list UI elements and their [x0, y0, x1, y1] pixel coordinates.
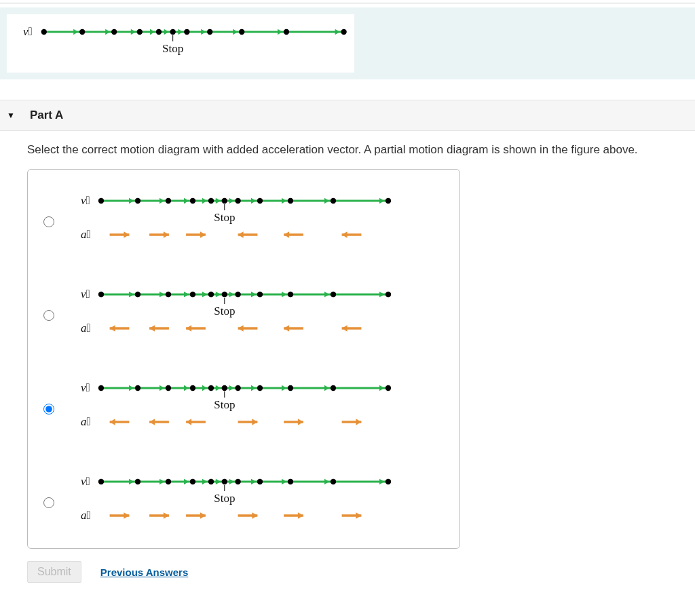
svg-marker-86 — [184, 292, 189, 297]
option-radio[interactable] — [43, 216, 54, 227]
svg-point-26 — [184, 29, 189, 35]
svg-marker-100 — [379, 292, 384, 297]
svg-marker-9 — [164, 29, 169, 35]
svg-marker-39 — [184, 198, 189, 204]
option-row: v⃗Stopa⃗ — [40, 284, 447, 345]
svg-marker-141 — [251, 385, 256, 391]
svg-marker-168 — [186, 419, 191, 425]
option-diagram: v⃗Stopa⃗ — [70, 377, 396, 438]
svg-marker-164 — [110, 419, 115, 425]
svg-marker-53 — [379, 198, 384, 204]
svg-point-201 — [235, 479, 240, 484]
options-frame: v⃗Stopa⃗v⃗Stopa⃗v⃗Stopa⃗v⃗Stopa⃗ — [27, 169, 460, 549]
svg-marker-190 — [282, 479, 286, 484]
svg-marker-90 — [216, 292, 221, 297]
svg-point-20 — [41, 29, 47, 35]
svg-marker-194 — [379, 479, 384, 484]
svg-text:v⃗: v⃗ — [23, 25, 33, 38]
option-diagram: v⃗Stopa⃗ — [70, 284, 396, 345]
svg-marker-3 — [105, 29, 110, 35]
svg-marker-19 — [335, 29, 340, 35]
svg-point-25 — [170, 29, 175, 35]
svg-marker-215 — [200, 512, 206, 519]
svg-marker-217 — [252, 512, 257, 519]
svg-point-200 — [222, 479, 227, 484]
option-radio[interactable] — [43, 310, 54, 321]
submit-button[interactable]: Submit — [27, 561, 81, 583]
svg-marker-51 — [324, 198, 329, 204]
svg-marker-98 — [324, 292, 329, 297]
option-row: v⃗Stopa⃗ — [40, 190, 447, 251]
svg-point-64 — [386, 198, 391, 204]
previous-answers-link[interactable]: Previous Answers — [100, 566, 189, 578]
svg-point-154 — [235, 385, 240, 391]
svg-marker-186 — [229, 479, 234, 484]
part-header[interactable]: ▼ Part A — [0, 100, 695, 131]
svg-text:a⃗: a⃗ — [81, 509, 91, 522]
svg-marker-178 — [159, 479, 164, 484]
svg-text:Stop: Stop — [214, 305, 235, 317]
svg-marker-184 — [216, 479, 221, 484]
svg-text:v⃗: v⃗ — [81, 194, 90, 207]
svg-marker-47 — [251, 198, 256, 204]
svg-point-203 — [288, 479, 293, 484]
svg-point-204 — [331, 479, 336, 484]
svg-marker-137 — [216, 385, 221, 391]
svg-marker-133 — [184, 385, 189, 391]
svg-point-197 — [166, 479, 171, 484]
svg-marker-127 — [342, 325, 348, 332]
caret-down-icon: ▼ — [7, 111, 15, 120]
svg-marker-17 — [278, 29, 282, 35]
svg-point-56 — [166, 198, 171, 204]
svg-marker-72 — [164, 231, 169, 238]
svg-point-63 — [331, 198, 336, 204]
svg-marker-76 — [238, 231, 244, 238]
svg-point-55 — [135, 198, 140, 204]
svg-marker-70 — [124, 231, 129, 238]
option-row: v⃗Stopa⃗ — [40, 471, 447, 532]
svg-text:a⃗: a⃗ — [81, 415, 91, 428]
svg-marker-143 — [282, 385, 286, 391]
svg-marker-145 — [324, 385, 329, 391]
option-radio[interactable] — [43, 404, 54, 415]
svg-point-59 — [222, 198, 227, 204]
svg-point-155 — [257, 385, 263, 391]
svg-marker-88 — [202, 292, 207, 297]
svg-point-108 — [257, 292, 263, 297]
svg-point-58 — [208, 198, 214, 204]
svg-point-196 — [135, 479, 140, 484]
svg-marker-166 — [149, 419, 155, 425]
svg-marker-37 — [159, 198, 164, 204]
svg-point-102 — [135, 292, 140, 297]
svg-point-57 — [190, 198, 195, 204]
svg-point-110 — [331, 292, 336, 297]
svg-marker-117 — [110, 325, 115, 332]
svg-marker-147 — [379, 385, 384, 391]
option-diagram: v⃗Stopa⃗ — [70, 471, 396, 532]
svg-point-199 — [208, 479, 214, 484]
svg-marker-192 — [324, 479, 329, 484]
svg-point-198 — [190, 479, 195, 484]
svg-marker-84 — [159, 292, 164, 297]
svg-marker-74 — [200, 231, 206, 238]
svg-marker-45 — [229, 198, 234, 204]
svg-marker-221 — [356, 512, 361, 519]
svg-marker-172 — [298, 419, 303, 425]
svg-marker-131 — [159, 385, 164, 391]
option-radio[interactable] — [43, 497, 54, 508]
svg-text:Stop: Stop — [214, 398, 235, 411]
svg-point-205 — [386, 479, 391, 484]
svg-text:Stop: Stop — [214, 492, 235, 505]
top-rule — [0, 3, 695, 3]
svg-marker-35 — [129, 198, 134, 204]
svg-point-151 — [190, 385, 195, 391]
svg-marker-188 — [251, 479, 256, 484]
svg-marker-92 — [229, 292, 234, 297]
svg-point-103 — [166, 292, 171, 297]
svg-text:Stop: Stop — [162, 42, 183, 55]
svg-text:v⃗: v⃗ — [81, 288, 90, 301]
motion-diagram-figure: v⃗Stop — [11, 18, 350, 66]
svg-point-109 — [288, 292, 293, 297]
svg-point-23 — [137, 29, 143, 35]
svg-marker-170 — [252, 419, 257, 425]
